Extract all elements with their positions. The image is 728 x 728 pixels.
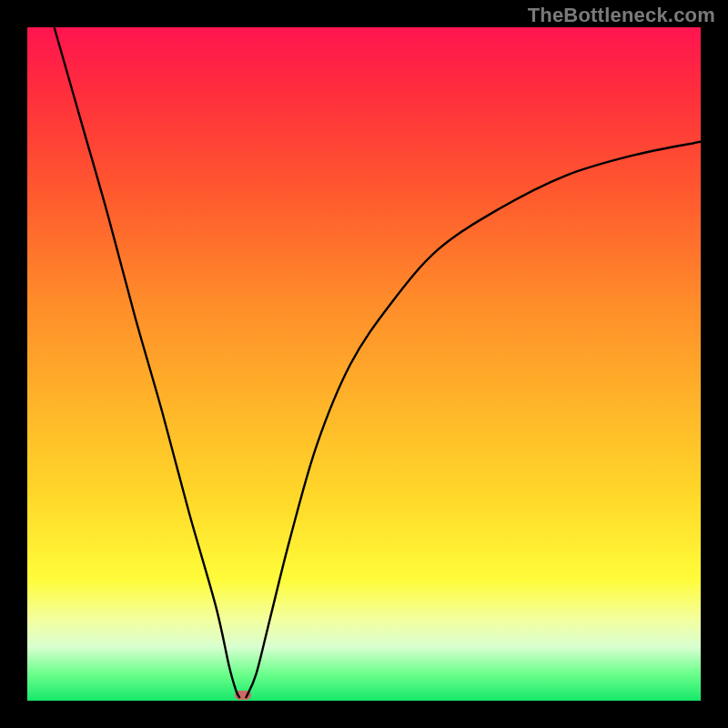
curve-right-branch	[247, 142, 702, 698]
curve-left-branch	[55, 27, 240, 697]
watermark-text: TheBottleneck.com	[528, 4, 715, 27]
chart-root: TheBottleneck.com	[0, 0, 728, 728]
curve-layer	[27, 27, 701, 701]
